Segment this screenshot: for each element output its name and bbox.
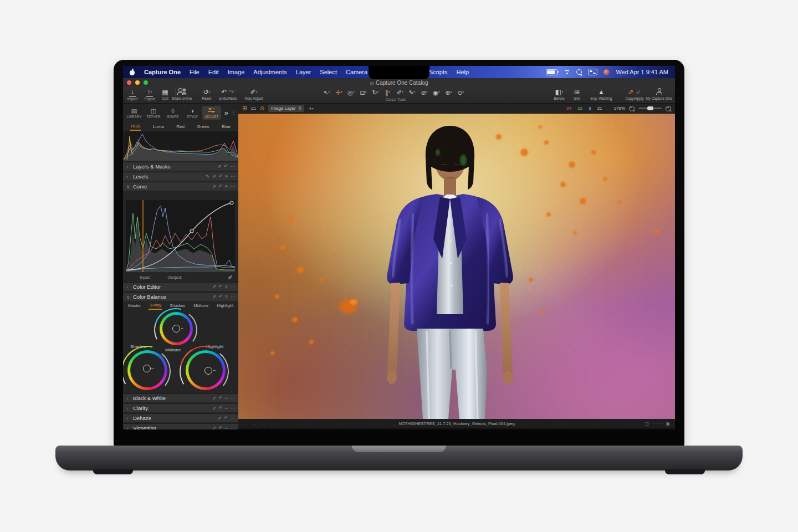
cb-tab-highlight[interactable]: Highlight <box>216 302 234 309</box>
tab-options-icon[interactable]: ⋮ <box>231 110 237 116</box>
presets-icon[interactable]: ≡ <box>225 294 228 299</box>
tab-style[interactable]: ◑STYLE <box>183 106 202 120</box>
share-online-button[interactable]: Share online <box>167 88 196 101</box>
reset-icon[interactable]: ↶ <box>219 184 223 189</box>
curve-tab-red[interactable]: Red <box>176 123 185 130</box>
shadow-color-wheel[interactable] <box>127 350 167 390</box>
auto-adjust-button[interactable]: ✐▾Auto Adjust <box>242 88 266 101</box>
reset-icon[interactable]: ↶ <box>219 396 223 401</box>
more-tabs-icon[interactable]: » <box>224 109 228 117</box>
menu-scripts[interactable]: Scripts <box>429 69 448 75</box>
copy-icon[interactable]: ⇗ <box>218 416 222 421</box>
reset-icon[interactable]: ↶ <box>219 294 223 299</box>
menu-file[interactable]: File <box>190 69 200 75</box>
apple-menu-icon[interactable] <box>130 69 135 75</box>
panel-color-editor[interactable]: › Color Editor ⇗ ↶ ≡ ⋯ <box>123 282 238 291</box>
curve-tab-rgb[interactable]: RGB <box>130 122 141 131</box>
erase-tool[interactable]: ⊘▾ <box>419 88 429 98</box>
menu-camera[interactable]: Camera <box>346 69 367 75</box>
battery-icon[interactable] <box>546 69 557 75</box>
panel-dehaze[interactable]: › Dehaze ⇗ ↶ ⋯ <box>123 413 238 422</box>
proof-view-icon[interactable]: ⊙ <box>260 106 264 111</box>
crop-tool[interactable]: ⊡▾ <box>358 88 369 98</box>
reset-icon[interactable]: ↶ <box>219 406 223 411</box>
spotlight-search-icon[interactable] <box>576 69 582 75</box>
heal-tool[interactable]: ⊕▾ <box>443 88 454 98</box>
exposure-warning-button[interactable]: ▲Exp. Warning <box>585 88 617 101</box>
layer-selector[interactable]: Image Layer ⇅ <box>268 105 304 112</box>
copy-icon[interactable]: ⇗ <box>212 426 216 429</box>
menu-select[interactable]: Select <box>320 69 337 75</box>
photo[interactable] <box>238 114 675 419</box>
panel-clarity[interactable]: › Clarity ⇗ ↶ ≡ ⋯ <box>123 403 238 412</box>
cb-tab-shadow[interactable]: Shadow <box>169 302 185 309</box>
menubar-app-icon[interactable] <box>603 69 610 75</box>
copy-icon[interactable]: ⇗ <box>212 184 216 189</box>
copy-icon[interactable]: ⇗ <box>212 294 216 299</box>
more-icon[interactable]: ⋯ <box>231 406 235 411</box>
reset-icon[interactable]: ↶ <box>219 174 223 179</box>
copy-icon[interactable]: ⇗ <box>212 396 216 401</box>
more-icon[interactable]: ⋯ <box>231 416 235 421</box>
panel-layers-masks[interactable]: › Layers & Masks ⇗ ↶ ⋯ <box>123 162 238 171</box>
thumb-size-large-icon[interactable]: ▣ <box>666 421 670 426</box>
copy-icon[interactable]: ⇗ <box>212 284 216 289</box>
more-icon[interactable]: ⋯ <box>231 284 235 289</box>
grid-button[interactable]: ⊞Grid <box>570 88 584 101</box>
more-icon[interactable]: ⋯ <box>231 174 235 179</box>
draw-mask-tool[interactable]: ◉▾ <box>431 88 442 98</box>
tab-library[interactable]: ▤LIBRARY <box>125 106 144 120</box>
before-after-button[interactable]: ◧▾Before <box>549 88 570 101</box>
zoom-out-icon[interactable] <box>629 106 635 111</box>
viewer-view-icon[interactable]: ▭ <box>250 106 255 111</box>
select-tool[interactable]: ↖▾ <box>321 88 332 98</box>
cb-tab-master[interactable]: Master <box>127 302 141 309</box>
presets-icon[interactable]: ≡ <box>225 426 228 429</box>
cb-tab-3way[interactable]: 3-Way <box>149 301 162 310</box>
more-icon[interactable]: ⋯ <box>231 294 235 299</box>
control-center-icon[interactable] <box>588 69 597 75</box>
reset-icon[interactable]: ↶ <box>219 426 223 429</box>
copy-icon[interactable]: ⇗ <box>212 406 216 411</box>
midtone-color-wheel[interactable] <box>160 312 193 345</box>
cb-tab-midtone[interactable]: Midtone <box>193 302 209 309</box>
presets-icon[interactable]: ≡ <box>225 284 228 289</box>
panel-black-white[interactable]: › Black & White ⇗ ↶ ≡ ⋯ <box>123 393 238 402</box>
menu-layer[interactable]: Layer <box>296 69 311 75</box>
menu-edit[interactable]: Edit <box>208 69 219 75</box>
spot-removal-tool[interactable]: ⊙▾ <box>456 88 466 98</box>
curve-eyedropper-icon[interactable]: ✐ <box>228 274 233 280</box>
reset-icon[interactable]: ↶ <box>219 284 223 289</box>
menu-capture-one[interactable]: Capture One <box>144 69 181 75</box>
thumbnails-view-icon[interactable]: ⊞ <box>242 106 247 111</box>
reset-icon[interactable]: ↶ <box>224 164 228 169</box>
presets-icon[interactable]: ≡ <box>225 174 228 179</box>
more-icon[interactable]: ⋯ <box>231 396 235 401</box>
presets-icon[interactable]: ≡ <box>225 406 228 411</box>
my-capture-one-button[interactable]: My Capture One <box>643 88 675 101</box>
zoom-in-icon[interactable] <box>666 106 671 111</box>
curve-tab-blue[interactable]: Blue <box>221 123 231 130</box>
annotate-tool[interactable]: ✎▾ <box>407 88 417 98</box>
panel-levels[interactable]: › Levels ✎ ⇗ ↶ ≡ ⋯ <box>123 172 238 181</box>
curve-graph[interactable] <box>126 200 235 272</box>
thumb-size-slider[interactable]: · · · · · <box>651 421 663 426</box>
tab-tether[interactable]: ◫TETHER <box>144 106 163 120</box>
curve-tab-green[interactable]: Green <box>196 123 209 130</box>
menu-image[interactable]: Image <box>228 69 245 75</box>
more-icon[interactable]: ⋯ <box>231 164 235 169</box>
undo-redo-button[interactable]: ↶ ↷Undo/Redo <box>216 88 239 101</box>
copy-icon[interactable]: ⇗ <box>218 164 222 169</box>
menu-adjustments[interactable]: Adjustments <box>253 69 287 75</box>
presets-icon[interactable]: ≡ <box>225 396 228 401</box>
more-icon[interactable]: ⋯ <box>231 426 235 429</box>
copy-icon[interactable]: ⇗ <box>212 174 216 179</box>
panel-vignetting[interactable]: › Vignetting ⇗ ↶ ≡ ⋯ <box>123 423 238 429</box>
more-icon[interactable]: ⋯ <box>231 184 235 189</box>
tab-shape[interactable]: ◊SHAPE <box>163 106 182 120</box>
import-button[interactable]: ↓Import <box>124 88 141 101</box>
wifi-icon[interactable] <box>564 70 570 75</box>
white-balance-picker-tool[interactable]: ✐▾ <box>395 88 405 98</box>
thumb-size-small-icon[interactable]: ▢ <box>645 421 649 426</box>
panel-color-balance[interactable]: ∨ Color Balance ⇗ ↶ ≡ ⋯ <box>123 292 238 301</box>
